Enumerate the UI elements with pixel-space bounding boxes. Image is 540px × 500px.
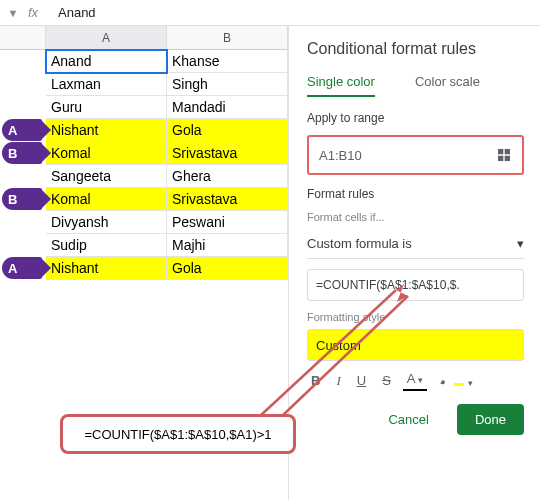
cell[interactable]: Majhi xyxy=(167,234,288,257)
formatting-style-label: Formatting style xyxy=(307,311,524,323)
tab-single-color[interactable]: Single color xyxy=(307,74,375,97)
row-header[interactable]: A xyxy=(0,119,46,142)
format-rules-label: Format rules xyxy=(307,187,524,201)
cell[interactable]: Ghera xyxy=(167,165,288,188)
cell[interactable]: Gola xyxy=(167,257,288,280)
apply-range-label: Apply to range xyxy=(307,111,524,125)
cell[interactable]: Mandadi xyxy=(167,96,288,119)
bold-button[interactable]: B xyxy=(307,370,324,391)
condition-value: Custom formula is xyxy=(307,236,412,251)
grid-icon xyxy=(496,147,512,163)
panel-buttons: Cancel Done xyxy=(307,404,524,435)
table-row: ANishantGola xyxy=(0,119,288,142)
fill-color-button[interactable]: ▾ xyxy=(435,369,477,392)
done-button[interactable]: Done xyxy=(457,404,524,435)
table-row: BKomalSrivastava xyxy=(0,142,288,165)
annotation-badge: B xyxy=(2,188,42,210)
row-header[interactable] xyxy=(0,234,46,257)
cell[interactable]: Srivastava xyxy=(167,188,288,211)
table-row: SangeetaGhera xyxy=(0,165,288,188)
fx-icon[interactable]: fx xyxy=(28,5,50,20)
annotation-badge: A xyxy=(2,119,42,141)
cancel-button[interactable]: Cancel xyxy=(370,404,446,435)
formula-bar-content[interactable]: Anand xyxy=(58,5,96,20)
condition-select[interactable]: Custom formula is ▾ xyxy=(307,229,524,259)
table-row: AnandKhanse xyxy=(0,50,288,73)
cell[interactable]: Anand xyxy=(46,50,167,73)
row-header[interactable]: B xyxy=(0,188,46,211)
dropdown-icon[interactable]: ▼ xyxy=(6,7,20,19)
cell[interactable]: Singh xyxy=(167,73,288,96)
formula-callout: =COUNTIF($A$1:$A$10,$A1)>1 xyxy=(60,414,296,454)
panel-title: Conditional format rules xyxy=(307,40,524,58)
fill-icon xyxy=(439,372,453,386)
format-toolbar: B I U S A ▾ ▾ xyxy=(307,369,524,392)
style-name: Custom xyxy=(316,338,361,353)
text-color-button[interactable]: A ▾ xyxy=(403,370,428,391)
range-value: A1:B10 xyxy=(319,148,362,163)
cell[interactable]: Divyansh xyxy=(46,211,167,234)
column-header-b[interactable]: B xyxy=(167,26,288,50)
cell[interactable]: Peswani xyxy=(167,211,288,234)
range-input[interactable]: A1:B10 xyxy=(307,135,524,175)
row-header[interactable]: A xyxy=(0,257,46,280)
cell[interactable]: Gola xyxy=(167,119,288,142)
table-row: LaxmanSingh xyxy=(0,73,288,96)
italic-button[interactable]: I xyxy=(332,370,344,392)
select-all-corner[interactable] xyxy=(0,26,46,50)
cell[interactable]: Komal xyxy=(46,188,167,211)
cell[interactable]: Khanse xyxy=(167,50,288,73)
annotation-badge: B xyxy=(2,142,42,164)
column-headers: A B xyxy=(0,26,288,50)
table-row: GuruMandadi xyxy=(0,96,288,119)
table-row: DivyanshPeswani xyxy=(0,211,288,234)
cell[interactable]: Guru xyxy=(46,96,167,119)
tab-color-scale[interactable]: Color scale xyxy=(415,74,480,97)
row-header[interactable] xyxy=(0,165,46,188)
formula-bar: ▼ fx Anand xyxy=(0,0,540,26)
row-header[interactable] xyxy=(0,96,46,119)
cell[interactable]: Komal xyxy=(46,142,167,165)
conditional-format-panel: Conditional format rules Single color Co… xyxy=(288,26,540,500)
row-header[interactable] xyxy=(0,50,46,73)
strike-button[interactable]: S xyxy=(378,370,395,391)
cell[interactable]: Sudip xyxy=(46,234,167,257)
table-row: SudipMajhi xyxy=(0,234,288,257)
annotation-badge: A xyxy=(2,257,42,279)
cell[interactable]: Sangeeta xyxy=(46,165,167,188)
formula-input[interactable]: =COUNTIF($A$1:$A$10,$. xyxy=(307,269,524,301)
cell[interactable]: Srivastava xyxy=(167,142,288,165)
format-cells-if-label: Format cells if... xyxy=(307,211,524,223)
style-preview[interactable]: Custom xyxy=(307,329,524,361)
cell[interactable]: Laxman xyxy=(46,73,167,96)
cell[interactable]: Nishant xyxy=(46,119,167,142)
chevron-down-icon: ▾ xyxy=(517,236,524,251)
row-header[interactable]: B xyxy=(0,142,46,165)
underline-button[interactable]: U xyxy=(353,370,370,391)
row-header[interactable] xyxy=(0,211,46,234)
table-row: ANishantGola xyxy=(0,257,288,280)
column-header-a[interactable]: A xyxy=(46,26,167,50)
panel-tabs: Single color Color scale xyxy=(307,74,524,97)
row-header[interactable] xyxy=(0,73,46,96)
table-row: BKomalSrivastava xyxy=(0,188,288,211)
cell[interactable]: Nishant xyxy=(46,257,167,280)
